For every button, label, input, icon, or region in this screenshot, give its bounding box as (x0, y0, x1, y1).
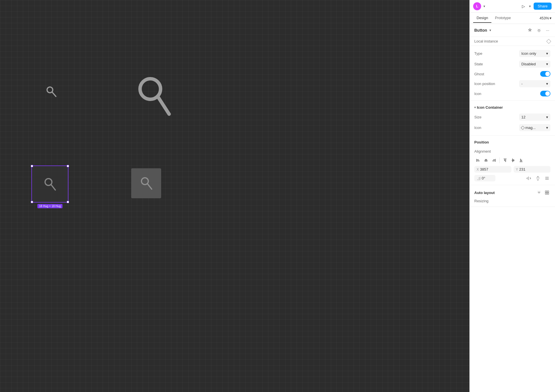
size-dropdown-chevron: ▾ (546, 115, 548, 119)
svg-rect-8 (476, 159, 477, 162)
svg-rect-19 (505, 159, 506, 162)
local-instance-label: Local instance (474, 39, 498, 43)
component-title-chevron[interactable]: ▾ (489, 28, 492, 33)
svg-rect-12 (485, 159, 487, 160)
svg-rect-32 (547, 193, 549, 194)
state-dropdown[interactable]: Disabled ▾ (519, 60, 550, 68)
y-field: Y (514, 166, 551, 173)
top-bar-right: ▷ ▾ Share (521, 3, 552, 10)
ghost-label: Ghost (474, 72, 513, 76)
svg-rect-9 (477, 159, 479, 160)
svg-rect-22 (513, 159, 514, 161)
svg-line-7 (147, 184, 152, 189)
svg-rect-17 (504, 159, 507, 159)
svg-rect-31 (545, 193, 547, 194)
svg-line-5 (51, 185, 55, 190)
icon-position-dropdown[interactable]: - ▾ (519, 80, 550, 87)
x-field: X (474, 166, 511, 173)
svg-rect-14 (495, 159, 496, 162)
auto-layout-actions (536, 190, 550, 195)
resize-handle-bl[interactable] (31, 201, 33, 203)
avatar-chevron[interactable]: ▾ (483, 4, 486, 9)
ghost-toggle[interactable] (540, 71, 550, 77)
component-action-2[interactable] (536, 27, 542, 33)
icon-toggle[interactable] (540, 91, 550, 96)
resizing-row: Resizing (470, 198, 555, 204)
svg-rect-25 (521, 160, 522, 161)
icon-container-size-dropdown[interactable]: 12 ▾ (519, 114, 550, 121)
position-header: Position (470, 138, 555, 147)
y-input[interactable] (519, 167, 548, 171)
component-actions: ··· (526, 27, 550, 33)
type-dropdown[interactable]: Icon only ▾ (519, 50, 550, 57)
resize-handle-tr[interactable] (67, 165, 69, 167)
angle-input[interactable] (482, 176, 493, 180)
align-center-h[interactable] (482, 157, 490, 164)
icon-toggle-label: Icon (474, 92, 513, 96)
state-row: State Disabled ▾ (470, 59, 555, 69)
svg-rect-20 (512, 160, 515, 161)
icon-position-value: - ▾ (513, 80, 551, 87)
position-title: Position (474, 140, 489, 144)
icon-toggle-row: Icon (470, 89, 555, 98)
icon-dropdown-chevron: ▾ (546, 126, 548, 130)
alignment-row-1 (470, 156, 555, 165)
type-dropdown-chevron: ▾ (546, 51, 548, 56)
top-bar: L ▾ ▷ ▾ Share (470, 0, 555, 13)
tab-design[interactable]: Design (473, 13, 491, 23)
component-action-1[interactable] (526, 27, 533, 33)
selected-button-frame[interactable]: 18 Hug × 18 Hug (31, 165, 68, 203)
svg-line-3 (158, 96, 169, 114)
icon-container-icon-dropdown[interactable]: mag... ▾ (519, 124, 550, 131)
x-input[interactable] (480, 167, 509, 171)
top-bar-left: L ▾ (473, 2, 486, 10)
play-button[interactable]: ▷ (521, 3, 526, 10)
component-header: Button ▾ ··· (470, 24, 555, 37)
align-bottom[interactable] (517, 157, 525, 164)
unselected-button-frame[interactable] (131, 168, 161, 198)
align-right[interactable] (490, 157, 498, 164)
right-panel: L ▾ ▷ ▾ Share Design Prototype 453% ▾ Bu… (469, 0, 555, 392)
align-center-v[interactable] (509, 157, 517, 164)
play-chevron[interactable]: ▾ (528, 4, 531, 9)
auto-layout-section: Auto layout (470, 185, 555, 207)
align-top[interactable] (501, 157, 509, 164)
icon-position-label: Icon position (474, 82, 513, 86)
component-title-text: Button (474, 28, 487, 33)
alignment-label-row: Alignment (470, 147, 555, 156)
transform-field (474, 175, 495, 181)
align-separator-1 (499, 157, 500, 163)
flip-v-button[interactable] (534, 175, 541, 181)
avatar[interactable]: L (473, 2, 481, 10)
svg-rect-24 (520, 159, 521, 161)
icon-position-row: Icon position - ▾ (470, 78, 555, 89)
ghost-row: Ghost (470, 69, 555, 78)
search-icon-large (131, 68, 177, 126)
icon-container-header: ▾ Icon Container (470, 103, 555, 112)
align-left[interactable] (474, 157, 482, 164)
svg-rect-11 (486, 159, 486, 162)
y-label: Y (516, 167, 518, 171)
svg-rect-21 (512, 159, 513, 162)
auto-layout-collapse-button[interactable] (536, 190, 542, 195)
component-more-button[interactable]: ··· (545, 27, 550, 33)
resize-handle-br[interactable] (67, 201, 69, 203)
flip-h-button[interactable] (525, 175, 532, 181)
share-button[interactable]: Share (534, 3, 552, 10)
local-instance-row: Local instance (470, 37, 555, 46)
tab-prototype[interactable]: Prototype (491, 13, 514, 23)
tabs: Design Prototype 453% ▾ (470, 13, 555, 24)
collapse-icon[interactable]: ▾ (474, 106, 476, 109)
ghost-toggle-container (513, 71, 551, 77)
icon-dropdown-diamond (521, 126, 525, 130)
properties-section: Type Icon only ▾ State Disabled ▾ (470, 46, 555, 101)
resizing-label: Resizing (474, 199, 489, 203)
zoom-control[interactable]: 453% ▾ (540, 16, 552, 20)
svg-rect-30 (547, 191, 549, 192)
local-instance-diamond-icon[interactable] (546, 39, 551, 44)
transform-more-button[interactable] (544, 175, 550, 181)
resize-handle-tl[interactable] (31, 165, 33, 167)
canvas[interactable]: 18 Hug × 18 Hug (0, 0, 469, 392)
svg-rect-10 (477, 161, 480, 161)
auto-layout-grid-button[interactable] (544, 190, 550, 195)
